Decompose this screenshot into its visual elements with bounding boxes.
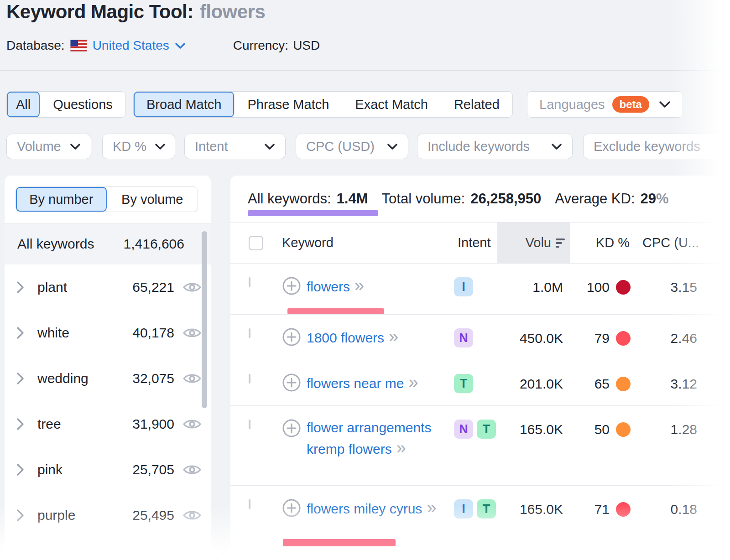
sidebar-item-pink[interactable]: pink 25,705 bbox=[5, 447, 211, 493]
chevron-right-icon[interactable] bbox=[16, 327, 26, 339]
sidebar-item-white[interactable]: white 40,178 bbox=[5, 310, 211, 356]
filter-volume[interactable]: Volume bbox=[6, 134, 91, 159]
column-header-kd[interactable]: KD % bbox=[570, 223, 634, 263]
eye-icon[interactable] bbox=[182, 463, 202, 477]
group-label: wedding bbox=[37, 371, 89, 386]
row-checkbox[interactable] bbox=[249, 420, 250, 429]
chevron-down-icon bbox=[551, 143, 562, 150]
tab-questions[interactable]: Questions bbox=[40, 92, 125, 117]
database-selector[interactable]: United States bbox=[70, 38, 186, 53]
add-keyword-icon[interactable] bbox=[282, 276, 301, 297]
sidebar-item-plant[interactable]: plant 65,221 bbox=[5, 264, 211, 310]
column-header-keyword-label: Keyword bbox=[282, 235, 334, 250]
intent-badge: I bbox=[454, 499, 473, 519]
eye-icon[interactable] bbox=[182, 508, 202, 522]
filter-intent-label: Intent bbox=[195, 139, 228, 154]
filter-kd[interactable]: KD % bbox=[102, 134, 175, 159]
intent-badge: T bbox=[477, 420, 496, 439]
chevron-down-icon bbox=[155, 143, 166, 150]
add-keyword-icon[interactable] bbox=[282, 498, 301, 519]
volume-value: 201.0K bbox=[497, 360, 570, 394]
summary-total-volume-label: Total volume: bbox=[382, 191, 465, 207]
kd-level-dot bbox=[616, 502, 631, 517]
tab-by-volume[interactable]: By volume bbox=[107, 187, 198, 212]
cpc-value: 3.12 bbox=[634, 360, 706, 394]
column-header-keyword[interactable]: Keyword bbox=[282, 223, 440, 263]
column-header-cpc[interactable]: CPC (U... bbox=[634, 223, 706, 263]
keywords-table-panel: All keywords: 1.4M Total volume: 26,258,… bbox=[230, 176, 730, 560]
open-keyword-icon[interactable]: » bbox=[427, 498, 435, 517]
group-label: purple bbox=[37, 508, 75, 523]
group-count: 25,495 bbox=[132, 508, 174, 523]
keyword-link[interactable]: flowers bbox=[307, 279, 350, 294]
intent-badge: T bbox=[454, 374, 473, 393]
summary-all-keywords: All keywords: 1.4M bbox=[248, 191, 368, 207]
row-checkbox[interactable] bbox=[249, 277, 250, 287]
select-all-checkbox[interactable] bbox=[249, 236, 263, 250]
eye-icon[interactable] bbox=[182, 417, 202, 431]
open-keyword-icon[interactable]: » bbox=[389, 327, 397, 346]
chevron-right-icon[interactable] bbox=[16, 418, 26, 430]
keyword-link[interactable]: flowers near me bbox=[307, 376, 404, 391]
sidebar-item-tree[interactable]: tree 31,900 bbox=[5, 401, 211, 447]
group-count: 65,221 bbox=[132, 280, 174, 295]
sidebar-item-all-keywords[interactable]: All keywords 1,416,606 bbox=[5, 223, 211, 264]
tab-all[interactable]: All bbox=[7, 92, 40, 117]
open-keyword-icon[interactable]: » bbox=[408, 373, 417, 392]
filter-cpc[interactable]: CPC (USD) bbox=[296, 134, 408, 159]
eye-icon[interactable] bbox=[182, 326, 202, 340]
summary-average-kd-value: 29% bbox=[641, 191, 669, 207]
keyword-link[interactable]: flower arrangements kremp flowers bbox=[307, 420, 431, 456]
open-keyword-icon[interactable]: » bbox=[355, 276, 363, 295]
filter-include-keywords[interactable]: Include keywords bbox=[417, 134, 573, 159]
sidebar-item-purple[interactable]: purple 25,495 bbox=[5, 493, 211, 538]
filter-volume-label: Volume bbox=[17, 139, 61, 154]
row-checkbox[interactable] bbox=[249, 328, 250, 338]
sidebar-item-wedding[interactable]: wedding 32,075 bbox=[5, 356, 211, 401]
column-header-intent[interactable]: Intent bbox=[440, 223, 497, 263]
filter-exclude-keywords[interactable]: Exclude keywords bbox=[583, 134, 730, 159]
kd-value: 65 bbox=[594, 374, 610, 394]
add-keyword-icon[interactable] bbox=[282, 373, 301, 394]
chevron-right-icon[interactable] bbox=[16, 281, 26, 294]
chevron-right-icon[interactable] bbox=[16, 509, 26, 522]
tab-by-number[interactable]: By number bbox=[16, 187, 107, 212]
intent-badge: I bbox=[454, 277, 473, 296]
kd-level-dot bbox=[616, 331, 631, 346]
group-count: 25,705 bbox=[132, 462, 174, 477]
kd-value: 71 bbox=[594, 499, 610, 519]
all-keywords-count: 1,416,606 bbox=[124, 236, 184, 252]
filter-include-label: Include keywords bbox=[428, 139, 530, 154]
chevron-right-icon[interactable] bbox=[16, 463, 26, 476]
column-header-cpc-label: CPC (U... bbox=[642, 235, 699, 250]
page-title: Keyword Magic Tool:flowers bbox=[6, 1, 265, 23]
tab-phrase-match[interactable]: Phrase Match bbox=[235, 92, 342, 117]
row-checkbox[interactable] bbox=[249, 374, 250, 384]
languages-dropdown[interactable]: Languages beta bbox=[527, 91, 683, 118]
filter-cpc-label: CPC (USD) bbox=[306, 139, 375, 154]
eye-icon[interactable] bbox=[182, 372, 202, 385]
chevron-right-icon[interactable] bbox=[16, 372, 26, 385]
tab-group-scope: All Questions bbox=[6, 91, 126, 118]
all-keywords-highlight-underline bbox=[248, 210, 378, 216]
kd-percent-sign: % bbox=[656, 191, 669, 207]
keyword-link[interactable]: 1800 flowers bbox=[307, 330, 384, 345]
keyword-link[interactable]: flowers miley cyrus bbox=[307, 501, 422, 516]
column-header-volume[interactable]: Volu bbox=[497, 223, 570, 263]
sidebar-sort-tabs: By number By volume bbox=[16, 187, 198, 212]
tab-related[interactable]: Related bbox=[441, 92, 512, 117]
sidebar-scrollbar-thumb[interactable] bbox=[202, 231, 207, 408]
header-divider bbox=[0, 70, 730, 71]
filter-intent[interactable]: Intent bbox=[184, 134, 286, 159]
tab-broad-match[interactable]: Broad Match bbox=[134, 92, 235, 117]
intent-badge: T bbox=[477, 499, 496, 519]
add-keyword-icon[interactable] bbox=[282, 419, 301, 459]
tab-exact-match[interactable]: Exact Match bbox=[342, 92, 441, 117]
kd-value: 50 bbox=[594, 420, 610, 440]
open-keyword-icon[interactable]: » bbox=[396, 438, 405, 457]
eye-icon[interactable] bbox=[182, 280, 202, 294]
row-checkbox[interactable] bbox=[249, 499, 250, 509]
sort-descending-icon bbox=[556, 239, 565, 248]
table-row: flower arrangements kremp flowers» N T 1… bbox=[230, 405, 730, 485]
add-keyword-icon[interactable] bbox=[282, 327, 301, 348]
